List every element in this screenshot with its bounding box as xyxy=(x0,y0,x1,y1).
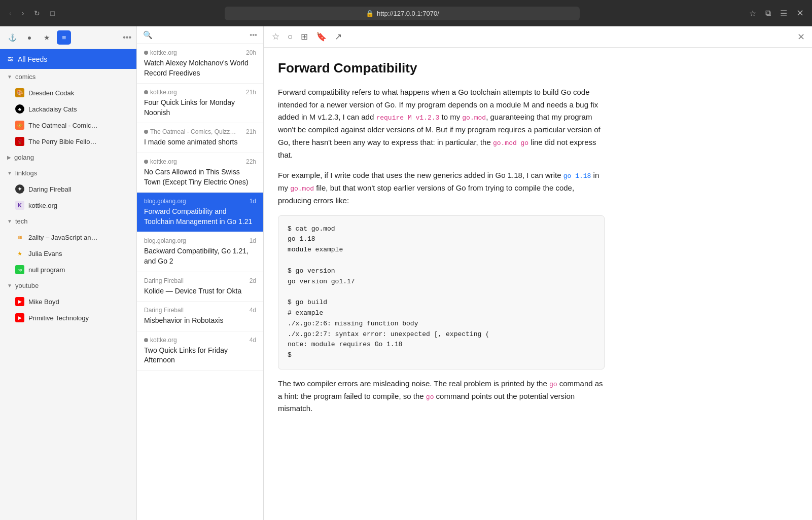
group-label-comics: comics xyxy=(15,73,36,81)
back-button[interactable]: ‹ xyxy=(6,7,15,19)
extensions-button[interactable]: ⧉ xyxy=(763,7,773,20)
feed-item-item-3[interactable]: The Oatmeal - Comics, Quizz… 21h I made … xyxy=(137,123,263,153)
feed-item-time: 21h xyxy=(246,128,256,135)
anchor-icon[interactable]: ⚓ xyxy=(5,30,19,45)
sidebar-nav: ≋ All Feeds ▼ comics 🎨 Dresden Codak ♣ L… xyxy=(0,49,136,520)
feed-list-more-button[interactable]: ••• xyxy=(250,31,257,39)
address-bar[interactable]: 🔒 http://127.0.0.1:7070/ xyxy=(225,7,580,20)
feed-item-title: Kolide — Device Trust for Okta xyxy=(144,286,256,296)
code-gomod-go: go.mod go xyxy=(493,139,528,147)
sidebar-group-golang: ▶ golang xyxy=(0,150,136,165)
sidebar-item-dresden-codak[interactable]: 🎨 Dresden Codak xyxy=(0,85,136,101)
feed-item-header: kottke.org 21h xyxy=(144,89,256,96)
code-require: require M v1.2.3 xyxy=(376,114,439,122)
sidebar-item-daring-fireball[interactable]: ✦ Daring Fireball xyxy=(0,181,136,197)
sidebar-label-primitive-technology: Primitive Technology xyxy=(28,314,89,322)
source-dot xyxy=(144,130,148,134)
source-name: blog.golang.org xyxy=(144,198,186,205)
source-name: blog.golang.org xyxy=(144,237,186,244)
source-name: The Oatmeal - Comics, Quizz… xyxy=(150,128,236,135)
share-icon[interactable]: ↗ xyxy=(334,30,343,43)
sidebar-group-header-tech[interactable]: ▼ tech xyxy=(0,213,136,229)
sidebar-item-2ality[interactable]: ≋ 2ality – JavaScript an… xyxy=(0,229,136,245)
sidebar-item-julia-evans[interactable]: ★ Julia Evans xyxy=(0,245,136,262)
feed-item-title: Misbehavior in Robotaxis xyxy=(144,316,256,326)
feed-item-item-7[interactable]: Daring Fireball 2d Kolide — Device Trust… xyxy=(137,272,263,302)
group-label-golang: golang xyxy=(14,154,34,161)
feed-item-item-1[interactable]: kottke.org 20h Watch Alexey Molchanov's … xyxy=(137,44,263,84)
forward-button[interactable]: › xyxy=(19,7,27,19)
group-label-youtube: youtube xyxy=(15,282,39,289)
feed-item-header: kottke.org 4d xyxy=(144,337,256,344)
feed-item-item-5[interactable]: blog.golang.org 1d Forward Compatibility… xyxy=(137,193,263,232)
sidebar-item-mike-boyd[interactable]: ▶ Mike Boyd xyxy=(0,293,136,310)
feed-item-source: blog.golang.org xyxy=(144,237,186,244)
feed-item-item-9[interactable]: kottke.org 4d Two Quick Links for Friday… xyxy=(137,331,263,371)
feed-icon-mike-boyd: ▶ xyxy=(15,297,24,306)
feed-icon-oatmeal: 🧇 xyxy=(15,121,24,130)
circle-icon[interactable]: ● xyxy=(22,30,37,45)
sidebar-group-header-youtube[interactable]: ▼ youtube xyxy=(0,278,136,293)
feed-icon-dresden-codak: 🎨 xyxy=(15,88,24,97)
source-name: Daring Fireball xyxy=(144,277,184,284)
all-feeds-item[interactable]: ≋ All Feeds xyxy=(0,49,136,69)
sidebar-item-primitive-technology[interactable]: ▶ Primitive Technology xyxy=(0,310,136,326)
source-dot xyxy=(144,160,148,164)
chevron-down-icon: ▼ xyxy=(7,74,12,80)
browser-close-button[interactable]: ✕ xyxy=(794,6,806,21)
feed-item-item-4[interactable]: kottke.org 22h No Cars Allowed in This S… xyxy=(137,153,263,193)
app-container: ⚓ ● ★ ≡ ••• ≋ All Feeds ▼ comics 🎨 Dresd… xyxy=(0,26,812,520)
article-paragraph-3: The two compiler errors are misleading n… xyxy=(278,378,605,415)
article-close-button[interactable]: ✕ xyxy=(797,31,805,43)
feeds-icon[interactable]: ≡ xyxy=(57,30,71,45)
sidebar-label-dresden-codak: Dresden Codak xyxy=(28,89,74,97)
feed-item-time: 2d xyxy=(250,277,256,284)
sidebar-item-null-program[interactable]: np null program xyxy=(0,262,136,278)
source-name: kottke.org xyxy=(150,49,177,56)
feed-item-item-6[interactable]: blog.golang.org 1d Backward Compatibilit… xyxy=(137,232,263,272)
feed-item-item-8[interactable]: Daring Fireball 4d Misbehavior in Robota… xyxy=(137,302,263,331)
feed-item-title: Forward Compatibility and Toolchain Mana… xyxy=(144,207,256,227)
sidebar-group-header-golang[interactable]: ▶ golang xyxy=(0,150,136,165)
feed-item-header: kottke.org 22h xyxy=(144,158,256,165)
bookmark-icon[interactable]: ☆ xyxy=(271,30,280,43)
feed-item-header: Daring Fireball 4d xyxy=(144,307,256,314)
sidebar-group-header-comics[interactable]: ▼ comics xyxy=(0,69,136,85)
sidebar-item-perry[interactable]: 🌹 The Perry Bible Fello… xyxy=(0,133,136,150)
circle-toolbar-icon[interactable]: ○ xyxy=(287,31,294,43)
source-dot xyxy=(144,51,148,55)
bookmark-star-button[interactable]: ☆ xyxy=(747,7,758,20)
code-go-cmd: go xyxy=(549,381,557,388)
feed-item-time: 4d xyxy=(250,337,256,344)
source-name: kottke.org xyxy=(150,337,177,344)
feed-item-header: blog.golang.org 1d xyxy=(144,237,256,244)
star-toolbar-icon[interactable]: ★ xyxy=(40,30,54,45)
bookmark2-icon[interactable]: 🔖 xyxy=(315,30,328,43)
feed-icon-2ality: ≋ xyxy=(15,233,24,242)
menu-button[interactable]: ☰ xyxy=(778,7,789,20)
feed-item-source: Daring Fireball xyxy=(144,307,184,314)
sidebar-group-linklogs: ▼ linklogs ✦ Daring Fireball K kottke.or… xyxy=(0,165,136,213)
sidebar-more-button[interactable]: ••• xyxy=(123,33,131,42)
sidebar-item-oatmeal[interactable]: 🧇 The Oatmeal - Comic… xyxy=(0,117,136,133)
sidebar-toolbar: ⚓ ● ★ ≡ ••• xyxy=(0,26,136,49)
feed-item-title: I made some animated shorts xyxy=(144,137,256,147)
code-gomod2: go.mod xyxy=(290,185,314,193)
article-view: ☆ ○ ⊞ 🔖 ↗ ✕ Forward Compatibility Forwar… xyxy=(264,26,812,520)
chevron-down-icon-tech: ▼ xyxy=(7,218,12,224)
new-tab-button[interactable]: □ xyxy=(47,7,57,19)
feed-item-item-2[interactable]: kottke.org 21h Four Quick Links for Mond… xyxy=(137,84,263,123)
tag-icon[interactable]: ⊞ xyxy=(300,30,309,43)
feed-item-source: blog.golang.org xyxy=(144,198,186,205)
feed-item-time: 21h xyxy=(246,89,256,96)
reload-button[interactable]: ↻ xyxy=(31,7,43,19)
sidebar-item-lackadaisy[interactable]: ♣ Lackadaisy Cats xyxy=(0,101,136,117)
sidebar-item-kottke[interactable]: K kottke.org xyxy=(0,197,136,213)
feed-item-title: Two Quick Links for Friday Afternoon xyxy=(144,346,256,365)
sidebar-group-header-linklogs[interactable]: ▼ linklogs xyxy=(0,165,136,181)
sidebar-label-lackadaisy: Lackadaisy Cats xyxy=(28,105,77,113)
sidebar-label-2ality: 2ality – JavaScript an… xyxy=(28,234,98,241)
feed-item-source: kottke.org xyxy=(144,49,177,56)
article-paragraph-2: For example, if I write code that uses t… xyxy=(278,169,605,207)
feed-item-title: No Cars Allowed in This Swiss Town (Exce… xyxy=(144,167,256,187)
